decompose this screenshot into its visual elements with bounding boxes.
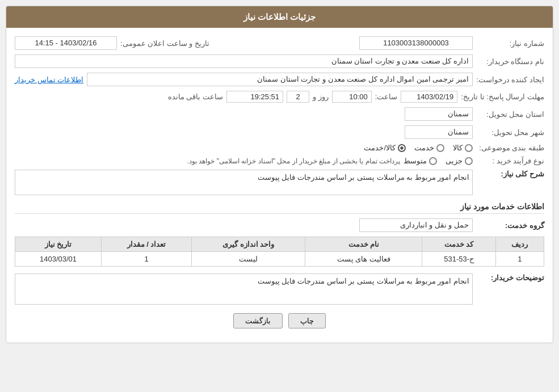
deadline-time-label: ساعت: xyxy=(375,92,398,101)
purchase-type-note: پرداخت تمام یا بخشی از مبلغ خریدار از مح… xyxy=(187,157,400,165)
remaining-label: ساعت باقی مانده xyxy=(168,92,223,101)
col-unit: واحد اندازه گیری xyxy=(192,237,305,252)
city-label: شهر محل تحویل: xyxy=(476,128,544,137)
creator-label: ایجاد کننده درخواست: xyxy=(476,75,544,84)
radio-kala-icon xyxy=(465,144,473,152)
purchase-type-motavasset[interactable]: متوسط xyxy=(404,157,437,165)
category-option-kala-khedmat[interactable]: کالا/خدمت xyxy=(364,144,406,152)
services-title: اطلاعات خدمات مورد نیاز xyxy=(15,202,544,214)
category-label: طبقه بندی موضوعی: xyxy=(476,144,544,152)
announcement-value: 1403/02/16 - 14:15 xyxy=(15,36,117,50)
announcement-label: تاریخ و ساعت اعلان عمومی: xyxy=(120,39,209,48)
purchase-motavasset-label: متوسط xyxy=(404,157,427,165)
cell-code: ح-53-531 xyxy=(422,252,495,267)
category-option-kala[interactable]: کالا xyxy=(453,144,473,152)
creator-value: امیر ترجمی امین اموال اداره کل صنعت معدن… xyxy=(87,73,473,86)
deadline-days: 2 xyxy=(287,91,309,103)
service-group-value: حمل و نقل و انبارداری xyxy=(359,218,473,232)
purchase-type-jozi[interactable]: جزیی xyxy=(445,157,473,165)
purchase-type-label: نوع فرآیند خرید : xyxy=(476,157,544,165)
radio-khedmat-icon xyxy=(436,144,444,152)
radio-motavasset-icon xyxy=(429,157,437,165)
province-value: سمنان xyxy=(405,107,473,121)
cell-date: 1403/03/01 xyxy=(15,252,102,267)
category-radio-group: کالا خدمت کالا/خدمت xyxy=(364,144,473,152)
contact-link[interactable]: اطلاعات تماس خریدار xyxy=(15,75,83,84)
category-option-khedmat[interactable]: خدمت xyxy=(414,144,444,152)
col-date: تاریخ نیاز xyxy=(15,237,102,252)
cell-unit: لیست xyxy=(192,252,305,267)
need-number-value: 1103003138000003 xyxy=(359,36,473,50)
cell-row: 1 xyxy=(495,252,544,267)
cell-name: فعالیت های پست xyxy=(305,252,422,267)
category-kala-khedmat-label: کالا/خدمت xyxy=(364,144,396,152)
province-label: استان محل تحویل: xyxy=(476,110,544,119)
back-button[interactable]: بازگشت xyxy=(233,313,283,328)
cell-quantity: 1 xyxy=(102,252,192,267)
print-button[interactable]: چاپ xyxy=(288,313,326,328)
services-table: ردیف کد خدمت نام خدمت واحد اندازه گیری ت… xyxy=(15,237,544,267)
deadline-label: مهلت ارسال پاسخ: تا تاریخ: xyxy=(461,92,544,101)
radio-jozi-icon xyxy=(465,157,473,165)
deadline-days-label: روز و xyxy=(313,92,329,101)
requester-label: نام دستگاه خریدار: xyxy=(476,57,544,66)
buyer-notes-value: انجام امور مربوط به مراسلات پستی بر اساس… xyxy=(258,277,469,285)
col-code: کد خدمت xyxy=(422,237,495,252)
remaining-time: 19:25:51 xyxy=(226,91,283,103)
page-title: جزئیات اطلاعات نیاز xyxy=(6,6,553,28)
deadline-time: 10:00 xyxy=(332,91,372,103)
city-value: سمنان xyxy=(405,125,473,139)
need-number-label: شماره نیاز: xyxy=(476,39,544,48)
service-group-label: گروه خدمت: xyxy=(476,221,544,230)
description-value: انجام امور مربوط به مراسلات پستی بر اساس… xyxy=(258,173,469,182)
requester-value: اداره کل صنعت معدن و تجارت استان سمنان xyxy=(15,54,473,68)
category-kala-label: کالا xyxy=(453,144,463,152)
category-khedmat-label: خدمت xyxy=(414,144,434,152)
description-title: شرح کلی نیاز: xyxy=(476,170,544,178)
buyer-notes-label: توضیحات خریدار: xyxy=(476,273,544,282)
col-row: ردیف xyxy=(495,237,544,252)
radio-kala-khedmat-icon xyxy=(398,144,406,152)
purchase-type-radio-group: جزیی متوسط xyxy=(404,157,473,165)
col-qty: تعداد / مقدار xyxy=(102,237,192,252)
deadline-date: 1403/02/19 xyxy=(401,91,457,103)
col-name: نام خدمت xyxy=(305,237,422,252)
purchase-jozi-label: جزیی xyxy=(445,157,463,165)
table-row: 1ح-53-531فعالیت های پستلیست11403/03/01 xyxy=(15,252,544,267)
